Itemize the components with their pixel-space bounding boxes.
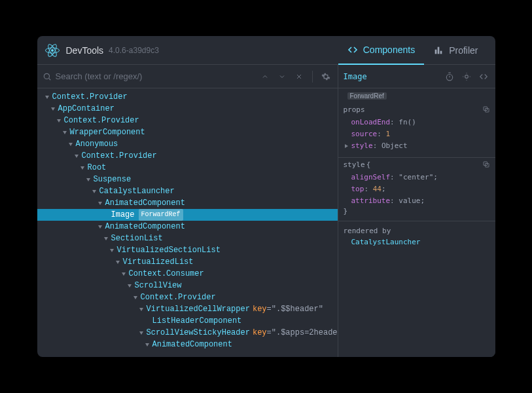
components-icon [347,45,358,55]
component-badge-row: ForwardRef [338,88,495,103]
prop-value: Object [381,141,408,150]
component-name: Anonymous [76,138,118,150]
tree-node[interactable]: Root [37,162,338,174]
expand-arrow-icon[interactable] [80,166,84,170]
expand-arrow-icon[interactable] [98,225,102,229]
react-logo-icon [45,43,60,58]
svg-rect-6 [440,50,442,54]
tree-node[interactable]: ScrollViewStickyHeader key=".$apps=2head… [37,327,338,339]
component-tree[interactable]: Context.ProviderAppContainerContext.Prov… [37,88,338,357]
expand-arrow-icon[interactable] [92,190,96,193]
component-badge: ForwardRef [139,209,183,221]
prop-row[interactable]: attribute: value; [344,195,490,207]
tree-node[interactable]: CatalystLauncher [37,185,338,197]
view-source-button[interactable] [477,70,490,83]
tree-node[interactable]: AppContainer [37,103,338,115]
svg-point-11 [446,74,452,80]
component-name: CatalystLauncher [99,185,175,197]
expand-arrow-icon[interactable] [104,237,108,240]
svg-point-0 [51,49,54,52]
key-value: ".$apps=2header" [272,327,338,339]
prop-row[interactable]: alignSelf: "center"; [344,172,490,183]
rendered-by-title: rendered by [344,227,490,235]
prop-name: onLoadEnd [351,118,391,126]
gear-icon [321,72,330,81]
expand-arrow-icon[interactable] [45,96,49,99]
expand-arrow-icon[interactable] [86,178,90,181]
copy-style-button[interactable] [482,160,490,170]
search-prev-button[interactable] [258,70,272,83]
expand-arrow-icon[interactable] [122,272,126,276]
tree-node[interactable]: Suspense [37,174,338,185]
search-clear-button[interactable] [293,70,306,83]
copy-icon [482,105,490,113]
prop-value: 1 [386,130,391,138]
key-value: ".$$header" [272,303,323,315]
searchbar [37,65,338,88]
rendered-by-link[interactable]: CatalystLauncher [344,238,490,246]
tree-node[interactable]: Context.Provider [37,91,338,103]
tree-node[interactable]: Context.Provider [37,150,338,162]
suspend-button[interactable] [443,70,456,83]
expand-arrow-icon[interactable] [51,107,55,111]
tab-components[interactable]: Components [338,36,424,65]
component-name: Image [111,209,135,221]
tree-node[interactable]: WrapperComponent [37,126,338,138]
tree-panel: Context.ProviderAppContainerContext.Prov… [37,65,338,357]
expand-arrow-icon[interactable] [145,343,149,346]
tree-node[interactable]: Context.Provider [37,291,338,303]
tree-node[interactable]: ImageForwardRef [37,209,338,221]
expand-arrow-icon[interactable] [139,331,143,335]
tree-node[interactable]: Context.Provider [37,115,338,126]
settings-button[interactable] [319,70,332,83]
expand-arrow-icon[interactable] [63,131,67,134]
prop-row[interactable]: style: Object [344,140,490,152]
profiler-icon [433,45,444,56]
tab-profiler-label: Profiler [449,45,478,56]
prop-row[interactable]: source: 1 [344,128,490,140]
tree-node[interactable]: AnimatedComponent [37,197,338,209]
expand-arrow-icon[interactable] [128,284,132,288]
tree-node[interactable]: AnimatedComponent [37,221,338,233]
prop-value: 44 [373,185,381,193]
bug-icon [462,72,471,81]
inspect-dom-button[interactable] [460,70,473,83]
key-label: key [253,303,267,315]
component-name: ScrollView [135,280,182,291]
expand-arrow-icon[interactable] [69,143,73,146]
props-section: props onLoadEnd: fn()source: 1style: Obj… [338,103,495,158]
prop-value: value [399,196,420,205]
close-icon [295,73,303,81]
tree-node[interactable]: ListHeaderComponent [37,315,338,327]
tree-node[interactable]: SectionList [37,233,338,244]
expand-arrow-icon[interactable] [133,296,137,299]
prop-row[interactable]: top: 44; [344,183,490,195]
tree-node[interactable]: VirtualizedCellWrapper key=".$$header" [37,303,338,315]
search-next-button[interactable] [275,70,289,83]
prop-name: alignSelf [351,173,391,181]
prop-value: "center" [399,173,433,181]
expand-arrow-icon[interactable] [139,308,143,311]
prop-value: fn() [399,118,416,126]
tree-node[interactable]: Anonymous [37,138,338,150]
expand-arrow-icon[interactable] [75,155,79,158]
svg-point-7 [44,73,49,79]
style-section: style { alignSelf: "center";top: 44;attr… [338,158,495,221]
search-input[interactable] [56,71,255,81]
tree-node[interactable]: ScrollView [37,280,338,291]
copy-props-button[interactable] [482,105,490,115]
expand-arrow-icon[interactable] [57,119,61,122]
tree-node[interactable]: VirtualizedSectionList [37,244,338,256]
tree-node[interactable]: VirtualizedList [37,256,338,268]
prop-row[interactable]: onLoadEnd: fn() [344,117,490,128]
expand-arrow-icon[interactable] [98,202,102,205]
tree-node[interactable]: AnimatedComponent [37,339,338,350]
forwardref-badge: ForwardRef [347,92,387,100]
expand-arrow-icon[interactable] [345,144,348,148]
tab-profiler[interactable]: Profiler [424,36,487,65]
expand-arrow-icon[interactable] [116,261,120,264]
prop-name: top [351,185,364,193]
expand-arrow-icon[interactable] [110,249,114,252]
tree-node[interactable]: Context.Consumer [37,268,338,280]
selected-component-name: Image [344,72,439,81]
